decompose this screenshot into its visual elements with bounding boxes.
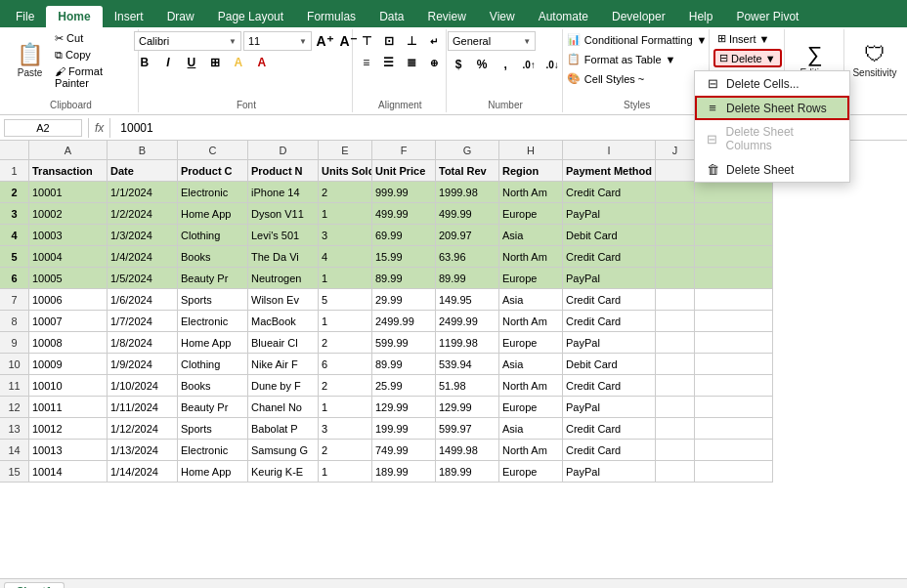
cell-r6c10[interactable] bbox=[695, 268, 773, 289]
cell-r12c1[interactable]: 1/11/2024 bbox=[108, 397, 178, 418]
cell-r7c10[interactable] bbox=[695, 289, 773, 311]
cell-r11c0[interactable]: 10010 bbox=[29, 375, 108, 397]
cell-r8c9[interactable] bbox=[656, 311, 695, 332]
cell-r2c4[interactable]: 2 bbox=[319, 182, 372, 203]
cell-r6c3[interactable]: Neutrogen bbox=[248, 268, 319, 289]
col-header-C[interactable]: C bbox=[178, 141, 248, 160]
cell-r4c2[interactable]: Clothing bbox=[178, 225, 248, 246]
cell-r5c8[interactable]: Credit Card bbox=[563, 246, 656, 268]
cell-r3c0[interactable]: 10002 bbox=[29, 203, 108, 225]
cell-r8c6[interactable]: 2499.99 bbox=[436, 311, 499, 332]
cell-r13c0[interactable]: 10012 bbox=[29, 418, 108, 440]
cell-r8c7[interactable]: North Am bbox=[499, 311, 563, 332]
cell-r2c5[interactable]: 999.99 bbox=[372, 182, 436, 203]
row-number-15[interactable]: 15 bbox=[0, 461, 29, 483]
cell-r9c3[interactable]: Blueair Cl bbox=[248, 332, 319, 354]
cell-r11c6[interactable]: 51.98 bbox=[436, 375, 499, 397]
cell-r2c1[interactable]: 1/1/2024 bbox=[108, 182, 178, 203]
cell-r7c4[interactable]: 5 bbox=[319, 289, 372, 311]
cell-r9c2[interactable]: Home App bbox=[178, 332, 248, 354]
cell-r2c2[interactable]: Electronic bbox=[178, 182, 248, 203]
align-right-button[interactable]: ≣ bbox=[401, 53, 422, 72]
cell-r2c6[interactable]: 1999.98 bbox=[436, 182, 499, 203]
cell-r9c4[interactable]: 2 bbox=[319, 332, 372, 354]
cell-r8c2[interactable]: Electronic bbox=[178, 311, 248, 332]
cell-r11c5[interactable]: 25.99 bbox=[372, 375, 436, 397]
cell-r8c1[interactable]: 1/7/2024 bbox=[108, 311, 178, 332]
ribbon-tab-developer[interactable]: Developer bbox=[600, 6, 677, 27]
cell-r12c6[interactable]: 129.99 bbox=[436, 397, 499, 418]
comma-button[interactable]: , bbox=[495, 55, 516, 74]
col-header-E[interactable]: E bbox=[319, 141, 372, 160]
cell-r3c4[interactable]: 1 bbox=[319, 203, 372, 225]
col-header-J[interactable]: J bbox=[656, 141, 695, 160]
cell-r11c2[interactable]: Books bbox=[178, 375, 248, 397]
cell-r12c3[interactable]: Chanel No bbox=[248, 397, 319, 418]
cell-r7c7[interactable]: Asia bbox=[499, 289, 563, 311]
row-number-8[interactable]: 8 bbox=[0, 311, 29, 332]
cell-r6c2[interactable]: Beauty Pr bbox=[178, 268, 248, 289]
cell-r14c10[interactable] bbox=[695, 440, 773, 461]
cell-r5c0[interactable]: 10004 bbox=[29, 246, 108, 268]
cell-r10c1[interactable]: 1/9/2024 bbox=[108, 354, 178, 375]
cell-r12c4[interactable]: 1 bbox=[319, 397, 372, 418]
col-header-H[interactable]: H bbox=[499, 141, 563, 160]
cell-r4c4[interactable]: 3 bbox=[319, 225, 372, 246]
format-as-table-button[interactable]: 📋 Format as Table ▼ bbox=[563, 51, 680, 67]
align-left-button[interactable]: ≡ bbox=[356, 53, 377, 72]
cell-r3c3[interactable]: Dyson V11 bbox=[248, 203, 319, 225]
cell-r12c2[interactable]: Beauty Pr bbox=[178, 397, 248, 418]
cell-r1c2[interactable]: Product C bbox=[178, 160, 248, 182]
row-number-12[interactable]: 12 bbox=[0, 397, 29, 418]
col-header-D[interactable]: D bbox=[248, 141, 319, 160]
cell-r4c7[interactable]: Asia bbox=[499, 225, 563, 246]
currency-button[interactable]: $ bbox=[448, 55, 469, 74]
cell-r12c7[interactable]: Europe bbox=[499, 397, 563, 418]
cell-r15c10[interactable] bbox=[695, 461, 773, 483]
cell-r12c10[interactable] bbox=[695, 397, 773, 418]
cell-r6c9[interactable] bbox=[656, 268, 695, 289]
cell-r3c8[interactable]: PayPal bbox=[563, 203, 656, 225]
cell-r8c0[interactable]: 10007 bbox=[29, 311, 108, 332]
cell-r8c4[interactable]: 1 bbox=[319, 311, 372, 332]
font-name-dropdown[interactable]: Calibri ▼ bbox=[134, 31, 241, 51]
cell-r13c8[interactable]: Credit Card bbox=[563, 418, 656, 440]
cell-r5c6[interactable]: 63.96 bbox=[436, 246, 499, 268]
delete-sheet-rows-item[interactable]: ≡ Delete Sheet Rows bbox=[695, 96, 849, 120]
cell-r9c10[interactable] bbox=[695, 332, 773, 354]
col-header-A[interactable]: A bbox=[29, 141, 108, 160]
cell-r9c7[interactable]: Europe bbox=[499, 332, 563, 354]
underline-button[interactable]: U bbox=[181, 53, 202, 72]
number-format-dropdown[interactable]: General ▼ bbox=[448, 31, 536, 51]
cell-r9c0[interactable]: 10008 bbox=[29, 332, 108, 354]
ribbon-tab-power-pivot[interactable]: Power Pivot bbox=[724, 6, 810, 27]
cell-r14c2[interactable]: Electronic bbox=[178, 440, 248, 461]
ribbon-tab-help[interactable]: Help bbox=[677, 6, 725, 27]
cell-r10c6[interactable]: 539.94 bbox=[436, 354, 499, 375]
cell-r13c1[interactable]: 1/12/2024 bbox=[108, 418, 178, 440]
fill-color-button[interactable]: A bbox=[228, 53, 249, 72]
cell-r12c9[interactable] bbox=[656, 397, 695, 418]
cell-r4c3[interactable]: Levi's 501 bbox=[248, 225, 319, 246]
cell-r12c0[interactable]: 10011 bbox=[29, 397, 108, 418]
cell-r2c0[interactable]: 10001 bbox=[29, 182, 108, 203]
row-number-10[interactable]: 10 bbox=[0, 354, 29, 375]
cell-r10c8[interactable]: Debit Card bbox=[563, 354, 656, 375]
cell-r13c5[interactable]: 199.99 bbox=[372, 418, 436, 440]
col-header-F[interactable]: F bbox=[372, 141, 436, 160]
row-number-9[interactable]: 9 bbox=[0, 332, 29, 354]
bold-button[interactable]: B bbox=[134, 53, 155, 72]
cell-r15c6[interactable]: 189.99 bbox=[436, 461, 499, 483]
cell-r15c7[interactable]: Europe bbox=[499, 461, 563, 483]
cut-button[interactable]: ✂ Cut bbox=[52, 31, 132, 46]
row-number-4[interactable]: 4 bbox=[0, 225, 29, 246]
cell-r8c10[interactable] bbox=[695, 311, 773, 332]
row-number-5[interactable]: 5 bbox=[0, 246, 29, 268]
cell-r1c4[interactable]: Units Sold bbox=[319, 160, 372, 182]
cell-r9c5[interactable]: 599.99 bbox=[372, 332, 436, 354]
cell-r14c1[interactable]: 1/13/2024 bbox=[108, 440, 178, 461]
ribbon-tab-view[interactable]: View bbox=[478, 6, 527, 27]
cell-r4c5[interactable]: 69.99 bbox=[372, 225, 436, 246]
copy-button[interactable]: ⧉ Copy bbox=[52, 48, 132, 63]
italic-button[interactable]: I bbox=[157, 53, 179, 72]
